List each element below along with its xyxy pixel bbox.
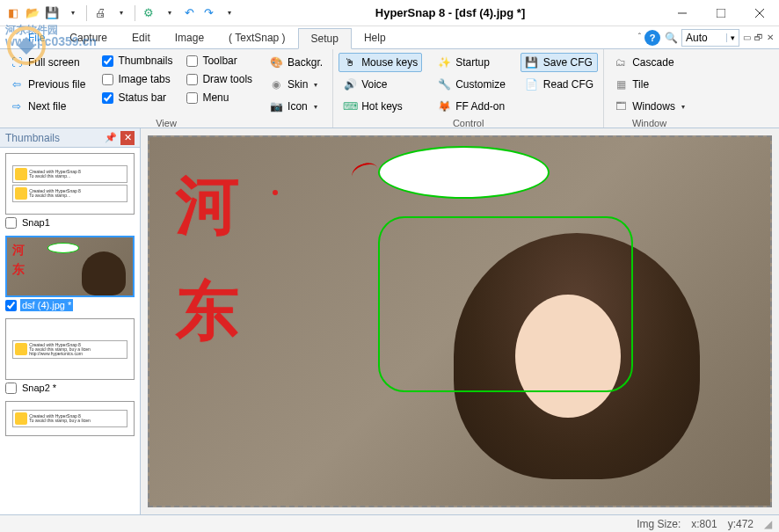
customize-button[interactable]: 🔧Customize (433, 75, 510, 94)
icon-button[interactable]: 📷Icon▾ (265, 97, 327, 116)
image-canvas[interactable]: 河 东 (148, 135, 772, 507)
tile-button[interactable]: ▦Tile (609, 75, 689, 94)
status-x: x:801 (691, 518, 717, 530)
tab-image[interactable]: Image (163, 28, 216, 47)
thumbnail-checkbox[interactable] (5, 217, 17, 229)
qat-open-icon[interactable]: 📂 (25, 5, 40, 21)
canvas-area: 河 东 (141, 128, 779, 514)
background-button[interactable]: 🎨Backgr. (265, 53, 327, 72)
view-mode-1-icon[interactable]: ▭ (743, 33, 751, 42)
thumbnail-checkbox[interactable] (5, 300, 17, 311)
tile-icon: ▦ (614, 77, 628, 91)
minimize-button[interactable] (663, 1, 702, 26)
zoom-selector[interactable]: ▾ (681, 29, 739, 47)
save-icon: 💾 (525, 55, 539, 69)
thumbnails-panel: Thumbnails 📌 ✕ Created with HyperSnap 8T… (0, 128, 141, 514)
qat-save-dropdown[interactable]: ▾ (65, 5, 81, 21)
startup-button[interactable]: ✨Startup (433, 53, 510, 72)
windows-icon: 🗔 (614, 99, 628, 113)
thumbnail-name[interactable]: dsf (4).jpg * (20, 299, 73, 311)
prev-icon: ⇦ (10, 77, 24, 91)
skin-button[interactable]: ◉Skin▾ (265, 75, 327, 94)
next-icon: ⇨ (10, 99, 24, 113)
annotation-text-1[interactable]: 河 (176, 164, 239, 248)
qat-prefs-icon[interactable]: ⚙ (141, 5, 157, 21)
qat-new-icon[interactable]: ◧ (5, 5, 21, 21)
save-cfg-button[interactable]: 💾Save CFG (521, 53, 598, 72)
menu-checkbox[interactable]: Menu (185, 90, 254, 106)
thumbnails-title: Thumbnails (5, 132, 105, 144)
thumbnails-header: Thumbnails 📌 ✕ (0, 128, 140, 148)
maximize-button[interactable] (702, 1, 740, 26)
draw-tools-checkbox[interactable]: Draw tools (185, 71, 254, 87)
status-img-size-label: Img Size: (637, 518, 681, 530)
image-tabs-checkbox[interactable]: Image tabs (100, 71, 174, 87)
wrench-icon: 🔧 (437, 77, 451, 91)
annotation-text-2[interactable]: 东 (176, 269, 239, 353)
thumbnail-image[interactable]: Created with HyperSnap 8To avoid this st… (5, 318, 135, 380)
tab-setup[interactable]: Setup (298, 28, 352, 49)
help-icon[interactable]: ? (644, 30, 660, 46)
pin-icon[interactable]: 📌 (105, 132, 117, 143)
qat-print-icon[interactable]: 🖨 (92, 5, 108, 21)
annotation-rounded-rect[interactable] (378, 216, 633, 392)
thumbnails-checkbox[interactable]: Thumbnails (100, 53, 174, 69)
thumbnail-name[interactable]: Snap2 * (20, 382, 58, 394)
voice-icon: 🔊 (343, 77, 357, 91)
close-button[interactable] (740, 1, 779, 26)
close-doc-icon[interactable]: ✕ (767, 33, 774, 42)
zoom-dropdown[interactable]: ▾ (726, 33, 739, 42)
window-title: HyperSnap 8 - [dsf (4).jpg *] (237, 6, 663, 19)
windows-button[interactable]: 🗔Windows▾ (609, 97, 689, 116)
qat-redo-icon[interactable]: ↷ (200, 5, 216, 21)
thumbnail-item: Created with HyperSnap 8To avoid this st… (5, 401, 135, 436)
next-file-button[interactable]: ⇨Next file (5, 97, 90, 116)
mouse-keys-button[interactable]: 🖱Mouse keys (339, 53, 422, 72)
thumbnail-item: Created with HyperSnap 8To avoid this st… (5, 318, 135, 394)
close-panel-button[interactable]: ✕ (120, 131, 135, 145)
magic-icon: ✨ (437, 55, 451, 69)
qat-save-icon[interactable]: 💾 (44, 5, 60, 21)
restore-window-icon[interactable]: 🗗 (754, 33, 763, 42)
ribbon-group-window: 🗂Cascade ▦Tile 🗔Windows▾ Window (604, 49, 695, 128)
ribbon-tabs: File Capture Edit Image ( TextSnap ) Set… (0, 26, 779, 49)
thumbnail-item: Created with HyperSnap 8To avoid this st… (5, 153, 135, 229)
voice-button[interactable]: 🔊Voice (339, 75, 422, 94)
qat-more-dropdown[interactable]: ▾ (222, 5, 237, 21)
thumbnail-image[interactable]: Created with HyperSnap 8To avoid this st… (5, 153, 135, 215)
thumbnail-image[interactable]: Created with HyperSnap 8To avoid this st… (5, 401, 135, 436)
thumbnail-checkbox[interactable] (5, 383, 17, 394)
resize-grip-icon[interactable]: ◢ (764, 518, 772, 530)
svg-rect-2 (717, 9, 725, 18)
hot-keys-button[interactable]: ⌨Hot keys (339, 97, 422, 116)
zoom-input[interactable] (682, 32, 726, 44)
status-bar: Img Size: x:801 y:472 ◢ (0, 514, 779, 532)
full-screen-button[interactable]: ⛶Full screen (5, 53, 90, 72)
tab-help[interactable]: Help (352, 28, 398, 47)
toolbar-checkbox[interactable]: Toolbar (185, 53, 254, 69)
camera-icon: 📷 (269, 99, 283, 113)
thumbnail-name[interactable]: Snap1 (20, 216, 52, 229)
previous-file-button[interactable]: ⇦Previous file (5, 75, 90, 94)
tab-textsnap[interactable]: ( TextSnap ) (216, 28, 297, 47)
annotation-ellipse[interactable] (378, 146, 550, 199)
cascade-icon: 🗂 (614, 55, 628, 69)
tab-capture[interactable]: Capture (57, 28, 120, 47)
status-y: y:472 (728, 518, 754, 530)
ribbon-collapse-icon[interactable]: ˆ (638, 33, 641, 42)
qat-undo-icon[interactable]: ↶ (181, 5, 197, 21)
tab-edit[interactable]: Edit (120, 28, 163, 47)
read-cfg-button[interactable]: 📄Read CFG (521, 75, 598, 94)
content-area: Thumbnails 📌 ✕ Created with HyperSnap 8T… (0, 128, 779, 514)
status-bar-checkbox[interactable]: Status bar (100, 90, 174, 106)
qat-print-dropdown[interactable]: ▾ (113, 5, 129, 21)
tab-file[interactable]: File (16, 28, 57, 47)
ff-addon-button[interactable]: 🦊FF Add-on (433, 97, 510, 116)
thumbnail-image[interactable]: 河东 (5, 236, 135, 297)
qat-prefs-dropdown[interactable]: ▾ (162, 5, 178, 21)
thumbnails-list[interactable]: Created with HyperSnap 8To avoid this st… (0, 148, 140, 514)
thumbnail-item: 河东 dsf (4).jpg * (5, 236, 135, 311)
cascade-button[interactable]: 🗂Cascade (609, 53, 689, 72)
search-icon[interactable]: 🔍 (664, 31, 678, 45)
mouse-icon: 🖱 (343, 55, 357, 69)
